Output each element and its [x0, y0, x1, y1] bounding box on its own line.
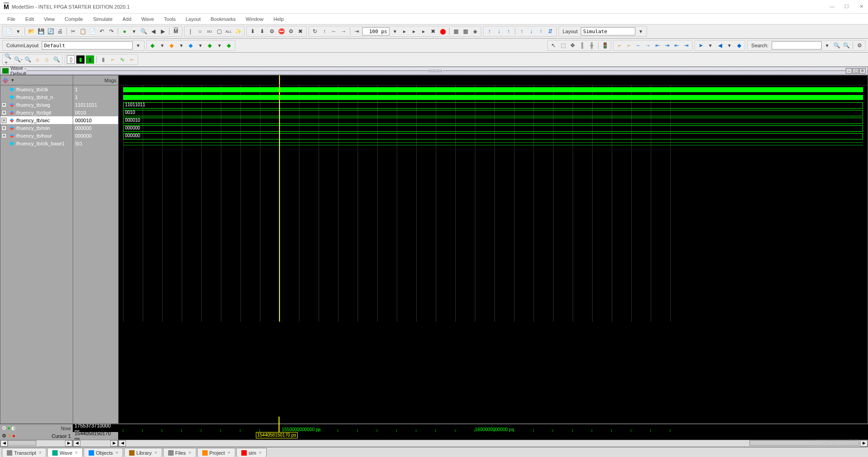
edge1-icon[interactable]: ⌐ — [615, 41, 624, 50]
cov-icon[interactable]: ▦ — [452, 27, 460, 35]
menu-view[interactable]: View — [40, 15, 60, 23]
cursor-line[interactable] — [279, 75, 280, 85]
tab-close-icon[interactable]: × — [75, 450, 78, 455]
maximize-button[interactable]: ☐ — [843, 4, 850, 10]
undo-icon[interactable]: ↶ — [98, 27, 106, 35]
run-icon[interactable]: ▸ — [400, 27, 409, 35]
stop-sim-icon[interactable]: ⬤ — [439, 27, 447, 35]
zoom-out-icon[interactable]: 🔍- — [14, 55, 22, 64]
nav7-icon[interactable]: ⇵ — [546, 27, 554, 35]
all-icon[interactable]: ALL — [224, 27, 233, 35]
zoom-c2-icon[interactable]: ⌂ — [43, 55, 51, 64]
edge8-icon[interactable]: ⇥ — [682, 41, 690, 50]
waveform-area[interactable]: 110110110010000010000000000000 — [119, 75, 868, 423]
signal-row[interactable]: +/fruency_tb/min — [0, 124, 73, 132]
menu-wave[interactable]: Wave — [137, 15, 159, 23]
foot-icon6[interactable]: ● — [12, 433, 15, 439]
signal-row[interactable]: +/fruency_tb/seg — [0, 101, 73, 109]
compile-icon[interactable]: ⬇ — [249, 27, 257, 35]
signal-row[interactable]: /fruency_tb/rst_n — [0, 93, 73, 101]
run-up-icon[interactable]: ↑ — [320, 27, 329, 35]
pointer-icon[interactable]: ↖ — [549, 41, 558, 50]
tab-close-icon[interactable]: × — [228, 450, 230, 455]
grp2-icon[interactable]: ◆ — [168, 41, 176, 50]
wave-body[interactable]: 110110110010000010000000000000 — [119, 85, 868, 322]
step-icon[interactable]: ⇥ — [353, 27, 361, 35]
diamond-icon[interactable] — [2, 77, 9, 84]
drv1-icon[interactable]: ➤ — [697, 41, 705, 50]
tab-sim[interactable]: sim× — [236, 448, 267, 457]
cursor-readout[interactable]: 1544058150170 ps — [256, 432, 298, 438]
mem-icon[interactable]: M — [172, 27, 180, 35]
grp5-icon[interactable]: ◆ — [225, 41, 233, 50]
cut-icon[interactable]: ✂ — [69, 27, 77, 35]
stop-icon[interactable]: ✖ — [296, 27, 304, 35]
tab-close-icon[interactable]: × — [189, 450, 191, 455]
fmt1-icon[interactable]: ▯ — [67, 55, 75, 64]
panel-close-icon[interactable]: ✕ — [859, 68, 866, 74]
edge5-icon[interactable]: ⇤ — [653, 41, 662, 50]
paste-icon[interactable]: 📄 — [88, 27, 96, 35]
net-icon[interactable]: ▢ — [215, 27, 223, 35]
tab-close-icon[interactable]: × — [39, 450, 42, 455]
run-all-icon[interactable]: ▸ — [419, 27, 428, 35]
wand-icon[interactable]: ✨ — [234, 27, 242, 35]
break-sim-icon[interactable]: ✖ — [429, 27, 437, 35]
msgs-scrollbar[interactable]: ◀▶ — [73, 440, 118, 447]
tab-close-icon[interactable]: × — [259, 450, 262, 455]
edge2-icon[interactable]: ⌐ — [625, 41, 633, 50]
tab-project[interactable]: Project× — [197, 448, 235, 457]
grp4-icon[interactable]: ◆ — [206, 41, 214, 50]
grp3-icon[interactable]: ◆ — [187, 41, 195, 50]
panel-max-icon[interactable]: ◻ — [853, 68, 859, 74]
nav1-icon[interactable]: ↑ — [485, 27, 494, 35]
tab-library[interactable]: Library× — [124, 448, 162, 457]
menu-edit[interactable]: Edit — [21, 15, 39, 23]
fmt2-icon[interactable]: ▮ — [76, 55, 85, 64]
foot-icon2[interactable]: ● — [7, 425, 10, 431]
edge4-icon[interactable]: → — [644, 41, 652, 50]
select-icon[interactable]: ⬚ — [559, 41, 567, 50]
names-scrollbar[interactable]: ◀▶ — [0, 440, 73, 447]
sim2-icon[interactable]: ⚙ — [287, 27, 295, 35]
save-icon[interactable]: 💾 — [37, 27, 45, 35]
close-button[interactable]: ✕ — [858, 4, 864, 10]
layout-select[interactable] — [581, 27, 635, 35]
minimize-button[interactable]: — — [829, 4, 835, 10]
signal-row[interactable]: +/fruency_tb/digit — [0, 109, 73, 116]
zoom-c3-icon[interactable]: 🔍 — [52, 55, 60, 64]
prev-icon[interactable]: ◀ — [149, 27, 157, 35]
signal-row[interactable]: +/fruency_tb/hour — [0, 132, 73, 139]
search-next-icon[interactable]: 🔍 — [842, 41, 850, 50]
fmt7-icon[interactable]: ⌐ — [128, 55, 136, 64]
menu-file[interactable]: File — [3, 15, 20, 23]
zoom-in-icon[interactable]: 🔍+ — [5, 55, 13, 64]
find-icon[interactable]: 🔍 — [140, 27, 148, 35]
edge7-icon[interactable]: ⇤ — [673, 41, 681, 50]
logic-icon[interactable]: ○ — [196, 27, 204, 35]
expand-icon[interactable]: + — [1, 110, 7, 115]
menu-window[interactable]: Window — [241, 15, 268, 23]
nav6-icon[interactable]: ↑ — [537, 27, 545, 35]
expand-icon[interactable]: + — [1, 125, 7, 131]
restart-icon[interactable]: ↻ — [311, 27, 319, 35]
fmt4-icon[interactable]: ▮ — [99, 55, 107, 64]
open-icon[interactable]: 📂 — [27, 27, 35, 35]
cov2-icon[interactable]: ▦ — [461, 27, 469, 35]
tab-wave[interactable]: Wave× — [47, 448, 83, 457]
fmt3-icon[interactable]: ▮ — [86, 55, 94, 64]
tab-close-icon[interactable]: × — [155, 450, 157, 455]
menu-bookmarks[interactable]: Bookmarks — [206, 15, 240, 23]
signal-row[interactable]: /fruency_tb/clk — [0, 85, 73, 93]
nav3-icon[interactable]: ↑ — [504, 27, 513, 35]
search-prev-icon[interactable]: 🔍 — [833, 41, 841, 50]
menu-simulate[interactable]: Simulate — [89, 15, 117, 23]
menu-layout[interactable]: Layout — [181, 15, 205, 23]
reload-icon[interactable]: 🔄 — [46, 27, 55, 35]
bars1-icon[interactable]: ║ — [578, 41, 586, 50]
cov3-icon[interactable]: ◈ — [471, 27, 479, 35]
run-length-input[interactable] — [362, 27, 389, 35]
edge6-icon[interactable]: ⇥ — [663, 41, 671, 50]
menu-add[interactable]: Add — [118, 15, 136, 23]
expand-icon[interactable]: + — [1, 118, 7, 123]
